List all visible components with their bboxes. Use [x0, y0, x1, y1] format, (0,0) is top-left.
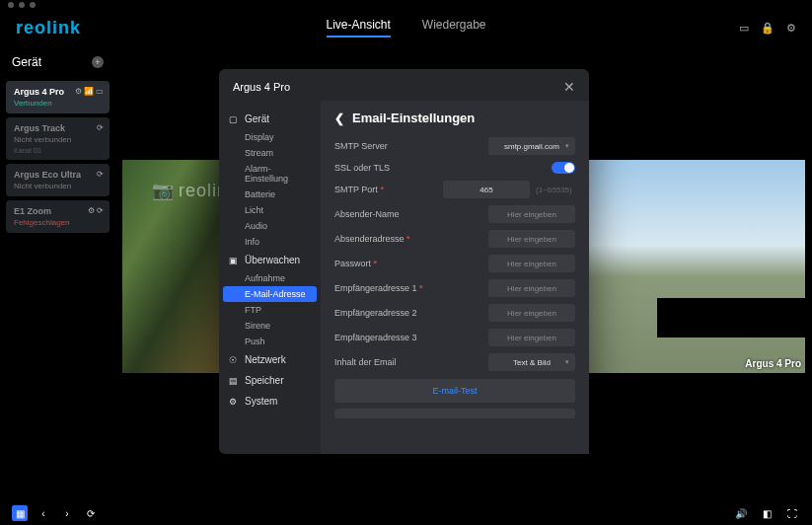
refresh-icon[interactable]: ⟳: [97, 206, 104, 215]
device-sidebar: Gerät + Argus 4 Pro Verbunden ⚙ 📶 ▭ Argu…: [0, 45, 115, 499]
cat-monitor[interactable]: ▣Überwachen: [219, 250, 321, 270]
device-status: Fehlgeschlagen: [14, 218, 102, 227]
chevron-down-icon: ▾: [565, 358, 569, 366]
recip2-input[interactable]: Hier eingeben: [488, 304, 575, 322]
recip3-label: Empfängeradresse 3: [334, 333, 488, 342]
volume-button[interactable]: 🔊: [733, 505, 749, 521]
email-test-button[interactable]: E-mail-Test: [334, 379, 575, 403]
device-status: Verbunden: [14, 99, 102, 108]
gear-icon[interactable]: ⚙: [75, 87, 82, 96]
sub-light[interactable]: Licht: [219, 202, 321, 218]
fullscreen-button[interactable]: ⛶: [784, 505, 800, 521]
smtp-port-label: SMTP Port *: [334, 185, 443, 194]
sub-audio[interactable]: Audio: [219, 218, 321, 234]
next-button[interactable]: ›: [59, 505, 75, 521]
cat-device[interactable]: ▢Gerät: [219, 109, 321, 129]
recip1-label: Empfängeradresse 1 *: [334, 283, 488, 293]
sub-stream[interactable]: Stream: [219, 145, 321, 161]
sub-push[interactable]: Push: [219, 334, 321, 349]
sub-alarm[interactable]: Alarm-Einstellung: [219, 161, 321, 187]
tab-live[interactable]: Live-Ansicht: [326, 18, 390, 38]
device-name: Argus Track: [14, 123, 102, 133]
traffic-close[interactable]: [8, 2, 14, 8]
sender-addr-input[interactable]: Hier eingeben: [488, 230, 575, 248]
device-name: Argus Eco Ultra: [14, 170, 102, 180]
refresh-icon[interactable]: ⟳: [97, 123, 104, 132]
smtp-server-label: SMTP Server: [334, 141, 488, 151]
sub-record[interactable]: Aufnahme: [219, 270, 321, 286]
redaction-box: [657, 298, 805, 338]
cat-network[interactable]: ☉Netzwerk: [219, 349, 321, 370]
device-item-argus4pro[interactable]: Argus 4 Pro Verbunden ⚙ 📶 ▭: [6, 81, 110, 113]
sub-siren[interactable]: Sirene: [219, 318, 321, 334]
recip1-input[interactable]: Hier eingeben: [488, 279, 575, 297]
cat-system[interactable]: ⚙System: [219, 391, 321, 412]
device-sub: Kanal 00: [14, 147, 102, 154]
password-label: Passwort *: [334, 259, 488, 268]
tab-playback[interactable]: Wiedergabe: [422, 18, 486, 38]
sub-email[interactable]: E-Mail-Adresse: [223, 286, 317, 302]
grid-button[interactable]: ▦: [12, 505, 28, 521]
device-item-argusecoultra[interactable]: Argus Eco Ultra Nicht verbunden ⟳: [6, 164, 110, 196]
topbar: reolink Live-Ansicht Wiedergabe ▭ 🔒 ⚙: [0, 10, 812, 45]
sidebar-title: Gerät +: [6, 51, 110, 77]
ssl-label: SSL oder TLS: [334, 163, 552, 173]
sub-battery[interactable]: Batterie: [219, 187, 321, 202]
logo: reolink: [16, 18, 81, 38]
traffic-min[interactable]: [19, 2, 25, 8]
back-button[interactable]: ❮: [334, 112, 344, 125]
wifi-icon: 📶: [84, 87, 94, 96]
top-tabs: Live-Ansicht Wiedergabe: [326, 18, 485, 38]
content-select[interactable]: Text & Bild▾: [488, 353, 575, 371]
ssl-toggle[interactable]: [552, 162, 575, 174]
smtp-port-input[interactable]: 465: [443, 181, 530, 198]
page-title: ❮ Email-Einstellungen: [334, 111, 575, 125]
recip3-input[interactable]: Hier eingeben: [488, 329, 575, 346]
sidebar-title-text: Gerät: [12, 55, 41, 69]
battery-icon: ▭: [96, 87, 104, 96]
settings-icon[interactable]: ⚙: [88, 206, 95, 215]
camera-icon: ▢: [229, 114, 239, 124]
settings-content: ❮ Email-Einstellungen SMTP Serversmtp.gm…: [321, 101, 589, 454]
window-titlebar: [0, 0, 812, 10]
settings-modal: Argus 4 Pro ✕ ▢Gerät Display Stream Alar…: [219, 69, 589, 454]
traffic-max[interactable]: [30, 2, 36, 8]
gear-icon: ⚙: [229, 397, 239, 407]
monitor-icon: ▣: [229, 256, 239, 265]
device-item-e1zoom[interactable]: E1 Zoom Fehlgeschlagen ⚙ ⟳: [6, 200, 110, 233]
layout-icon[interactable]: ▭: [739, 22, 749, 35]
gear-icon[interactable]: ⚙: [786, 22, 796, 35]
prev-button[interactable]: ‹: [36, 505, 51, 521]
sender-addr-label: Absenderadresse *: [334, 234, 488, 244]
camera-label: Argus 4 Pro: [745, 358, 801, 369]
sub-ftp[interactable]: FTP: [219, 302, 321, 318]
modal-title: Argus 4 Pro: [233, 81, 290, 93]
close-button[interactable]: ✕: [563, 79, 575, 95]
sender-name-label: Absender-Name: [334, 209, 488, 219]
device-item-argustrack[interactable]: Argus Track Nicht verbunden Kanal 00 ⟳: [6, 117, 110, 160]
content-label: Inhalt der Email: [334, 357, 488, 367]
top-icons: ▭ 🔒 ⚙: [739, 22, 796, 35]
storage-icon: ▤: [229, 376, 239, 386]
collapse-button[interactable]: ◧: [759, 505, 775, 521]
add-device-button[interactable]: +: [92, 56, 104, 68]
network-icon: ☉: [229, 355, 239, 365]
cat-storage[interactable]: ▤Speicher: [219, 370, 321, 391]
smtp-server-select[interactable]: smtp.gmail.com▾: [488, 137, 575, 155]
password-input[interactable]: Hier eingeben: [488, 255, 575, 272]
sub-info[interactable]: Info: [219, 234, 321, 250]
sub-display[interactable]: Display: [219, 129, 321, 145]
extra-section[interactable]: [334, 409, 575, 418]
refresh-icon[interactable]: ⟳: [97, 170, 104, 179]
refresh-button[interactable]: ⟳: [83, 505, 99, 521]
chevron-down-icon: ▾: [565, 142, 569, 150]
lock-icon[interactable]: 🔒: [761, 22, 775, 35]
recip2-label: Empfängeradresse 2: [334, 308, 488, 318]
device-status: Nicht verbunden: [14, 182, 102, 190]
sender-name-input[interactable]: Hier eingeben: [488, 205, 575, 223]
bottom-toolbar: ▦ ‹ › ⟳ 🔊 ◧ ⛶: [0, 501, 812, 525]
device-status: Nicht verbunden: [14, 135, 102, 144]
camera-preview-left[interactable]: 📷reolink: [122, 160, 221, 373]
settings-sidebar: ▢Gerät Display Stream Alarm-Einstellung …: [219, 101, 321, 454]
